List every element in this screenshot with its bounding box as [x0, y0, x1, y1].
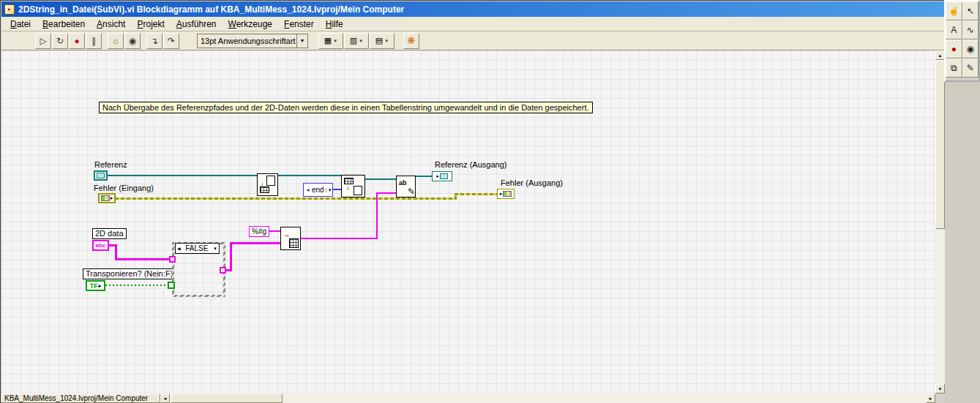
step-over-button[interactable]: ↷ [163, 33, 179, 49]
position-select-tool[interactable]: ↖ [962, 1, 979, 20]
step-into-button[interactable]: ↴ [146, 33, 162, 49]
highlight-execution-button[interactable]: ☼ [108, 33, 124, 49]
wire-string-segment[interactable] [376, 192, 397, 194]
node-open-create-file[interactable]: ↓ [257, 173, 278, 196]
operate-value-tool[interactable]: ☝ [946, 1, 962, 20]
arrange-dropdown-group: ▦ ▼ ▥ ▼ ▤ ▼ [318, 33, 394, 49]
toolbar: ▷↻●∥ ☼◉ ↴↷ 13pt Anwendungsschriftart ▼ ▦… [1, 31, 944, 50]
title-bar[interactable]: ▸ 2DString_in_Datei(SubVi).vi Blockdiagr… [1, 1, 944, 17]
table-icon [289, 238, 299, 248]
step-button-group: ↴↷ [146, 33, 179, 49]
arrange-icon: ▤ [375, 37, 383, 45]
boolean-icon: TF [90, 282, 98, 290]
label-2d-data: 2D data [92, 228, 127, 239]
debug-button-group: ☼◉ [108, 33, 141, 49]
edit-text-tool[interactable]: A [946, 20, 962, 39]
enum-icon: ◄ [305, 187, 310, 192]
node-set-file-position[interactable]: ↓ [341, 175, 365, 197]
constant-format-string[interactable]: %#g [249, 226, 269, 237]
terminal-transponieren[interactable]: TF ▸ [86, 280, 105, 291]
status-bar: KBA_MultiMess_1024.lvproj/Mein Computer … [1, 393, 945, 403]
wire-string-segment[interactable] [301, 238, 377, 239]
connect-wire-tool[interactable]: ∿ [962, 20, 979, 39]
text-glyph: ab [399, 179, 407, 187]
terminal-referenz-ausgang[interactable]: ▸ [432, 171, 452, 181]
wire-string-segment[interactable] [376, 192, 378, 239]
file-icon [354, 186, 362, 195]
chevron-down-icon: ▼ [333, 39, 337, 43]
scroll-left-button[interactable]: ◄ [160, 393, 170, 403]
resize-corner [935, 393, 945, 403]
menu-item[interactable]: Bearbeiten [37, 18, 91, 31]
terminal-referenz-input[interactable] [94, 170, 108, 181]
wire-boolean-segment[interactable] [105, 285, 169, 286]
wire-error-segment[interactable] [455, 193, 498, 195]
menu-item[interactable]: Werkzeuge [222, 18, 278, 31]
node-write-text-file[interactable]: ab ✎ [396, 176, 416, 197]
menu-item[interactable]: Ausführen [171, 18, 222, 31]
arrow-down-icon: ↓ [346, 184, 350, 191]
font-selector[interactable]: 13pt Anwendungsschriftart ▼ [197, 34, 308, 48]
vertical-scrollbar[interactable]: ▲ ▼ [935, 50, 945, 393]
scroll-right-button[interactable]: ► [926, 393, 935, 403]
chevron-down-icon[interactable]: ▼ [296, 34, 307, 48]
abort-button[interactable]: ● [69, 33, 85, 49]
app-icon: ▸ [4, 4, 15, 15]
wire-string-segment[interactable] [269, 230, 280, 232]
block-diagram-canvas[interactable]: Nach Übergabe des Referenzpfades und der… [1, 50, 935, 393]
case-tunnel-input[interactable] [169, 256, 176, 263]
table-icon [260, 187, 269, 193]
menu-item[interactable]: Datei [4, 18, 37, 31]
labview-block-diagram-window: ▸ 2DString_in_Datei(SubVi).vi Blockdiagr… [0, 0, 945, 403]
case-selector-terminal[interactable] [168, 282, 175, 289]
wire-reference-segment[interactable] [278, 175, 342, 176]
terminal-fehler-ausgang[interactable]: ▸ [497, 189, 515, 199]
window-title: 2DString_in_Datei(SubVi).vi Blockdiagram… [18, 4, 404, 15]
terminal-2d-data[interactable]: abc [92, 240, 109, 251]
wire-string-segment[interactable] [230, 242, 232, 271]
scroll-down-button[interactable]: ▼ [935, 384, 945, 393]
case-selector[interactable]: ◀ FALSE ▼ [175, 243, 220, 254]
breakpoint-tool[interactable]: ● [946, 39, 962, 59]
tools-palette: ☝ ↖ A ∿ ● ◉ ⧉ ✎ [944, 0, 980, 82]
horizontal-scrollbar-thumb[interactable] [171, 393, 283, 403]
arrow-left-icon[interactable]: ◀ [177, 246, 181, 251]
wire-reference-segment[interactable] [108, 175, 258, 176]
project-context-tab[interactable]: KBA_MultiMess_1024.lvproj/Mein Computer [1, 393, 160, 403]
run-continuous-button[interactable]: ↻ [52, 33, 68, 49]
menu-item[interactable]: Fenster [278, 18, 320, 31]
retain-wire-values-button[interactable]: ◉ [124, 33, 141, 49]
align-objects-dropdown[interactable]: ▦ ▼ [318, 33, 343, 49]
wire-string-segment[interactable] [230, 242, 281, 244]
menu-item[interactable]: Projekt [131, 18, 170, 31]
menu-item[interactable]: Ansicht [91, 18, 131, 31]
distribute-objects-dropdown[interactable]: ▥ ▼ [344, 33, 369, 49]
label-referenz-ausgang: Referenz (Ausgang) [435, 160, 506, 170]
terminal-fehler-eingang[interactable]: ▸ [98, 193, 116, 203]
wire-error-segment[interactable] [115, 197, 456, 200]
cleanup-diagram-button[interactable]: ❋ [403, 33, 419, 49]
path-icon [97, 173, 105, 178]
constant-file-position[interactable]: ◄ end ▼ [303, 183, 333, 197]
arrow-right-icon: ▸ [111, 195, 113, 201]
horizontal-scrollbar[interactable] [170, 393, 926, 403]
vertical-scrollbar-thumb[interactable] [935, 61, 945, 229]
wire-reference-segment[interactable] [416, 176, 433, 177]
free-label-comment[interactable]: Nach Übergabe des Referenzpfades und der… [99, 102, 593, 113]
pause-button[interactable]: ∥ [86, 33, 102, 49]
case-tunnel-output[interactable] [220, 267, 226, 274]
set-color-tool[interactable]: ✎ [962, 59, 979, 78]
chevron-down-icon[interactable]: ▼ [213, 246, 217, 251]
chevron-down-icon: ▼ [326, 188, 332, 192]
arrow-right-icon: ▸ [436, 173, 439, 179]
reorder-dropdown[interactable]: ▤ ▼ [370, 33, 394, 49]
probe-tool[interactable]: ◉ [962, 39, 979, 59]
node-array-to-spreadsheet-string[interactable]: → [280, 227, 301, 250]
wire-reference-segment[interactable] [365, 178, 397, 180]
run-button[interactable]: ▷ [35, 33, 51, 49]
label-referenz: Referenz [94, 160, 127, 170]
wire-string-segment[interactable] [115, 258, 171, 260]
menu-item[interactable]: Hilfe [320, 18, 349, 31]
format-string-value: %#g [252, 228, 266, 236]
get-color-tool[interactable]: ⧉ [946, 59, 962, 78]
